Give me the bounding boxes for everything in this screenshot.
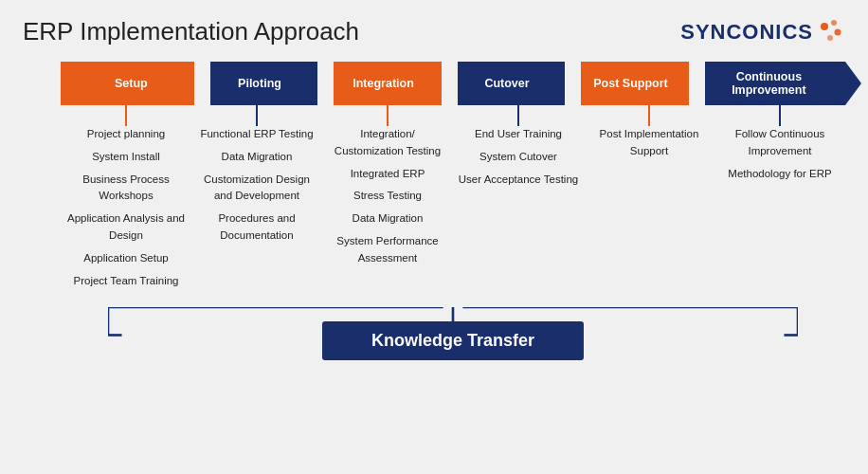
phase-col-2: Integration/ Customization TestingIntegr… xyxy=(322,105,453,296)
phase-item: Customization Design and Development xyxy=(195,172,318,206)
phases-area: Project planningSystem InstallBusiness P… xyxy=(23,105,845,358)
header: ERP Implementation Approach SYNCONICS xyxy=(23,17,845,46)
logo-text: SYNCONICS xyxy=(680,20,813,45)
phase-arrow-0: Setup xyxy=(61,62,194,105)
phase-col-1: Functional ERP TestingData MigrationCust… xyxy=(191,105,322,296)
phase-arrow-3: Cutover xyxy=(442,62,566,105)
phase-arrow-4: Post Support xyxy=(565,62,689,105)
svg-point-3 xyxy=(827,35,833,41)
phase-col-5: Follow Continuous ImprovementMethodology… xyxy=(714,105,845,296)
phase-col-0: Project planningSystem InstallBusiness P… xyxy=(61,105,191,296)
phase-item: Project Team Training xyxy=(64,273,188,290)
phase-item: Integration/ Customization Testing xyxy=(326,126,449,160)
phase-item: Project planning xyxy=(64,126,188,143)
logo-icon xyxy=(817,19,845,46)
phase-col-3: End User TrainingSystem CutoverUser Acce… xyxy=(453,105,584,296)
logo: SYNCONICS xyxy=(680,19,845,46)
phase-col-4: Post Implementation Support xyxy=(584,105,714,296)
phase-arrow-5: Continuous Improvement xyxy=(689,62,845,105)
phase-item: Stress Testing xyxy=(326,188,449,205)
phase-item: Business Process Workshops xyxy=(64,172,188,206)
phase-item: Procedures and Documentation xyxy=(195,210,318,245)
page-title: ERP Implementation Approach xyxy=(23,17,359,46)
phase-item: Data Migration xyxy=(195,149,318,166)
phase-arrow-2: Integration xyxy=(317,62,442,105)
phase-item: Application Setup xyxy=(64,250,188,267)
svg-point-1 xyxy=(831,20,837,26)
phase-item: Integrated ERP xyxy=(326,166,449,183)
phase-arrow-1: Piloting xyxy=(194,62,318,105)
knowledge-transfer-label: Knowledge Transfer xyxy=(322,321,584,360)
svg-point-0 xyxy=(821,23,828,30)
phase-nav: SetupPilotingIntegrationCutoverPost Supp… xyxy=(23,62,845,105)
phase-item: End User Training xyxy=(459,126,578,143)
phase-item: System Cutover xyxy=(459,149,578,166)
phase-item: System Install xyxy=(64,149,188,166)
page-container: ERP Implementation Approach SYNCONICS Se… xyxy=(0,0,868,474)
phase-item: System Performance Assessment xyxy=(326,233,449,267)
phase-item: Post Implementation Support xyxy=(588,126,711,160)
phase-item: Data Migration xyxy=(326,210,449,228)
phase-item: User Acceptance Testing xyxy=(459,172,578,189)
phase-item: Application Analysis and Design xyxy=(64,210,188,245)
phase-item: Follow Continuous Improvement xyxy=(718,126,841,160)
knowledge-transfer-area: Knowledge Transfer xyxy=(61,307,845,358)
svg-point-2 xyxy=(835,28,841,35)
phase-item: Methodology for ERP xyxy=(718,166,841,183)
phase-item: Functional ERP Testing xyxy=(195,126,318,143)
